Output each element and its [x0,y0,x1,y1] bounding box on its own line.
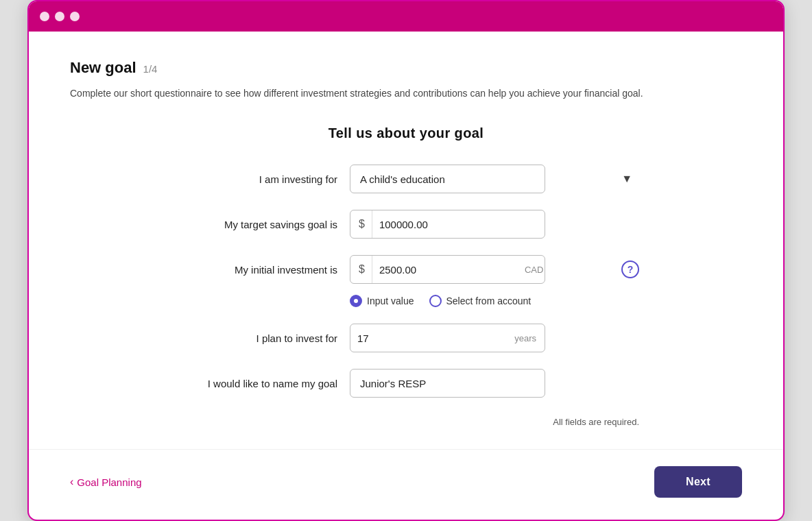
window-dot-2 [55,12,64,21]
investing-label: I am investing for [173,173,337,185]
chevron-down-icon: ▼ [621,173,632,185]
radio-select-account[interactable]: Select from account [429,295,532,307]
investing-select-wrapper: A child's education Retirement Home purc… [350,165,639,193]
back-link[interactable]: ‹ Goal Planning [70,476,142,488]
target-currency-prefix: $ [350,210,372,238]
page-step: 1/4 [143,63,158,75]
page-header: New goal 1/4 [70,59,742,77]
initial-sub: Input value Select from account [173,289,639,307]
initial-currency-prefix: $ [350,256,372,283]
name-label: I would like to name my goal [173,378,337,389]
plan-input-wrapper: years [350,324,545,352]
footer: ‹ Goal Planning Next [29,449,783,520]
target-control: $ [350,210,639,239]
back-chevron-icon: ‹ [70,476,73,488]
form-area: I am investing for A child's education R… [70,165,742,427]
name-control [350,369,639,398]
plan-input[interactable] [350,332,506,344]
target-label: My target savings goal is [173,219,337,230]
window-dot-1 [40,12,49,21]
investing-control: A child's education Retirement Home purc… [350,165,639,193]
investing-row: I am investing for A child's education R… [173,165,639,193]
app-window: New goal 1/4 Complete our short question… [27,0,785,521]
initial-input-wrapper: $ CAD [350,255,545,284]
next-button[interactable]: Next [654,466,742,498]
radio-input-value[interactable]: Input value [350,295,414,307]
radio-account-circle [429,295,442,307]
titlebar [29,1,783,32]
initial-investment-row: My initial investment is $ CAD ? [173,255,639,307]
page-title: New goal [70,59,136,77]
section-title: Tell us about your goal [70,125,742,141]
name-row: I would like to name my goal [173,369,639,398]
plan-row: I plan to invest for years [173,324,639,352]
window-dot-3 [70,12,80,21]
name-input[interactable] [350,369,545,398]
initial-currency-suffix: CAD [516,265,545,275]
initial-main: My initial investment is $ CAD ? [173,255,639,284]
radio-input-label: Input value [367,295,414,306]
radio-account-label: Select from account [446,295,532,306]
plan-label: I plan to invest for [173,332,337,344]
help-icon[interactable]: ? [621,260,639,278]
back-label: Goal Planning [77,476,141,488]
radio-group: Input value Select from account [350,295,545,307]
initial-input[interactable] [372,264,516,276]
target-input[interactable] [372,219,545,230]
plan-control: years [350,324,639,352]
radio-input-circle [350,295,362,307]
years-suffix: years [506,333,545,343]
main-content: New goal 1/4 Complete our short question… [29,32,783,449]
page-description: Complete our short questionnaire to see … [70,86,742,101]
target-input-wrapper: $ [350,210,545,239]
initial-label: My initial investment is [173,264,337,276]
target-row: My target savings goal is $ [173,210,639,239]
initial-control: $ CAD [350,255,604,284]
required-note: All fields are required. [173,417,639,427]
investing-select[interactable]: A child's education Retirement Home purc… [350,165,545,193]
